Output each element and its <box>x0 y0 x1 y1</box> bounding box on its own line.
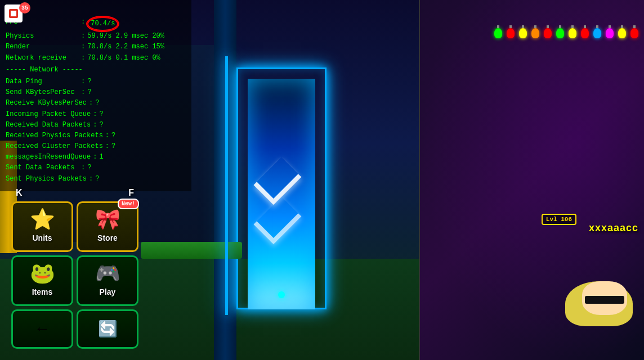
items-button[interactable]: 🐸 Items <box>11 255 73 306</box>
sent-data-value: ? <box>87 163 91 173</box>
received-cluster-label: Received Cluster Packets <box>6 141 103 152</box>
light-bulb-5 <box>556 28 564 38</box>
items-label: Items <box>32 287 53 296</box>
chevron-shape-top <box>254 158 302 205</box>
physics-value: 59.9/s 2.9 msec 20% <box>87 31 164 42</box>
store-hotkey: F <box>128 188 134 198</box>
received-data-row: Received Data Packets : ? <box>6 120 164 130</box>
render-label: Render <box>6 42 79 52</box>
light-bulb-9 <box>606 28 614 38</box>
receive-kbytes-row: Receive KBytesPerSec : ? <box>6 98 164 109</box>
store-label: Store <box>97 233 118 242</box>
physics-label: Physics <box>6 31 79 42</box>
data-ping-value: ? <box>87 76 91 87</box>
light-bulb-11 <box>630 28 638 38</box>
light-bulb-2 <box>519 28 527 38</box>
portal-inner-glow <box>248 79 315 309</box>
render-row: Render : 70.8/s 2.2 msec 15% <box>6 42 164 52</box>
network-receive-label: Network receive <box>6 53 79 64</box>
receive-kbytes-value: ? <box>95 98 99 109</box>
character-glasses <box>585 296 624 304</box>
back-arrow-icon: ← <box>38 321 47 338</box>
received-cluster-value: ? <box>111 141 115 152</box>
sent-data-label: Sent Data Packets <box>6 163 79 173</box>
network-receive-row: Network receive : 70.8/s 0.1 msec 0% <box>6 53 164 64</box>
received-physics-row: Received Physics Packets : ? <box>6 130 164 141</box>
receive-kbytes-label: Receive KBytesPerSec <box>6 98 87 109</box>
light-bulb-6 <box>569 28 576 38</box>
bottom-ui-panel: K F ⭐ Units New! 🎀 Store 🐸 Items 🎮 Play … <box>11 188 138 349</box>
new-badge: New! <box>118 199 139 209</box>
messages-resend-label: messagesInResendQueue <box>6 152 91 163</box>
network-receive-value: 70.8/s 0.1 msec 0% <box>87 53 160 64</box>
fps-sep: : <box>81 17 85 31</box>
incoming-queue-row: Incoming Packet Queue : ? <box>6 109 164 120</box>
portal-dot <box>278 291 285 298</box>
christmas-lights <box>494 28 638 38</box>
hotkeys-row: K F <box>11 188 138 198</box>
received-data-label: Received Data Packets <box>6 120 91 130</box>
stats-panel: FPS : 70.4/s Physics : 59.9/s 2.9 msec 2… <box>6 17 164 184</box>
units-icon: ⭐ <box>30 211 55 231</box>
sent-data-row: Sent Data Packets : ? <box>6 163 164 173</box>
extra-button[interactable]: 🔄 <box>77 309 138 349</box>
received-cluster-row: Received Cluster Packets : ? <box>6 141 164 152</box>
character-display <box>475 219 644 360</box>
sent-physics-value: ? <box>95 174 99 184</box>
portal-chevron <box>259 171 304 216</box>
items-icon: 🐸 <box>30 265 55 285</box>
physics-row: Physics : 59.9/s 2.9 msec 20% <box>6 31 164 42</box>
messages-resend-value: 1 <box>99 152 103 163</box>
extra-icon: 🔄 <box>98 320 118 339</box>
bottom-partial-row: ← 🔄 <box>11 309 138 349</box>
light-bulb-7 <box>581 28 589 38</box>
messages-resend-row: messagesInResendQueue : 1 <box>6 152 164 163</box>
light-bulb-0 <box>494 28 502 38</box>
right-game-scene: Lvl 106 xxxaaacc <box>419 0 644 360</box>
play-icon: 🎮 <box>95 265 120 285</box>
back-button[interactable]: ← <box>11 309 73 349</box>
sent-physics-label: Sent Physics Packets <box>6 174 87 184</box>
network-receive-sep: : <box>81 53 85 64</box>
send-kbytes-row: Send KBytesPerSec : ? <box>6 87 164 98</box>
svg-rect-1 <box>11 11 16 16</box>
light-bulb-4 <box>544 28 552 38</box>
light-bulb-3 <box>531 28 539 38</box>
sent-physics-row: Sent Physics Packets : ? <box>6 174 164 184</box>
incoming-queue-value: ? <box>99 109 103 120</box>
received-data-value: ? <box>99 120 103 130</box>
units-hotkey: K <box>16 188 23 198</box>
light-bulb-1 <box>507 28 515 38</box>
send-kbytes-label: Send KBytesPerSec <box>6 87 79 98</box>
wall-glow-line <box>225 56 228 315</box>
received-physics-label: Received Physics Packets <box>6 130 103 141</box>
send-kbytes-value: ? <box>87 87 91 98</box>
light-bulb-10 <box>618 28 626 38</box>
render-sep: : <box>81 42 85 52</box>
incoming-queue-label: Incoming Packet Queue <box>6 109 91 120</box>
data-ping-label: Data Ping <box>6 76 79 87</box>
data-ping-row: Data Ping : ? <box>6 76 164 87</box>
play-button[interactable]: 🎮 Play <box>77 255 138 306</box>
units-button[interactable]: ⭐ Units <box>11 201 73 252</box>
render-value: 70.8/s 2.2 msec 15% <box>87 42 164 52</box>
units-label: Units <box>33 233 52 242</box>
store-button[interactable]: New! 🎀 Store <box>77 201 138 252</box>
light-bulb-8 <box>593 28 601 38</box>
physics-sep: : <box>81 31 85 42</box>
received-physics-value: ? <box>111 130 115 141</box>
notification-badge: 35 <box>19 2 30 14</box>
network-divider: ----- Network ----- <box>6 65 164 75</box>
store-icon: 🎀 <box>95 211 120 231</box>
play-label: Play <box>100 287 116 296</box>
fps-row: FPS : 70.4/s <box>6 17 164 31</box>
fps-value: 70.4/s <box>87 17 118 31</box>
chevron-shape-bottom <box>254 197 302 245</box>
neon-portal <box>236 68 327 309</box>
